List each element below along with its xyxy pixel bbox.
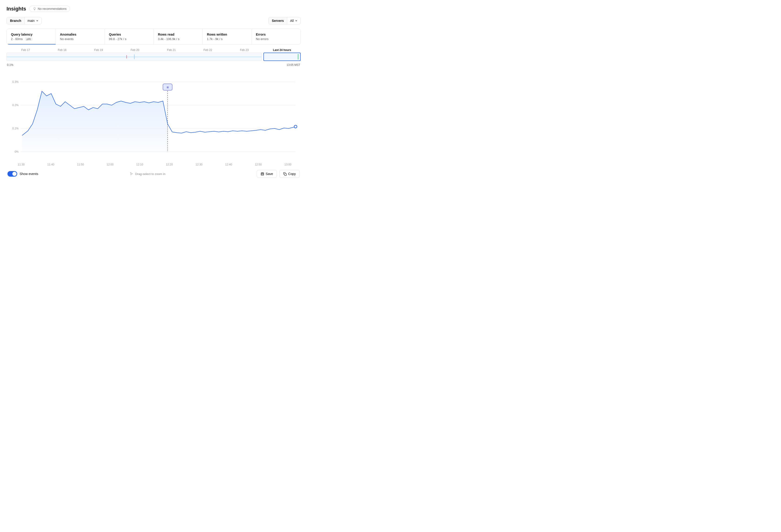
branch-dropdown[interactable]: main [25,17,41,24]
svg-text:⊠: ⊠ [167,86,169,89]
tab-rows-read[interactable]: Rows read 3.4k - 106.9k / s [154,29,203,44]
timeline-dates: Feb 17 Feb 18 Feb 19 Feb 20 Feb 21 Feb 2… [6,48,263,52]
show-events-control: Show events [7,171,38,177]
chart-wrapper[interactable]: 0.3% 0.2% 0.1% 0% [6,68,301,161]
svg-text:0.1%: 0.1% [12,127,19,130]
chevron-down-icon [295,19,298,22]
cursor-icon [130,172,133,176]
copy-button[interactable]: Copy [279,170,300,178]
svg-text:0.2%: 0.2% [12,104,19,107]
x-axis: 11:30 11:40 11:50 12:00 12:10 12:20 12:3… [6,161,301,166]
svg-rect-12 [261,172,264,175]
svg-text:0%: 0% [15,150,19,153]
tab-rows-written[interactable]: Rows written 1.7k - 9k / s [203,29,252,44]
tab-anomalies[interactable]: Anomalies No events [56,29,105,44]
svg-point-11 [294,125,297,128]
save-icon [261,172,264,176]
bottom-bar: Show events Drag-select to zoom in Save … [6,166,301,179]
last24-label: Last 24 hours [263,48,301,52]
toggle-knob [12,172,16,176]
tab-query-latency[interactable]: Query latency 2 - 60ms p95 [7,29,56,44]
servers-control: Servers All [268,17,301,25]
show-events-toggle[interactable] [7,171,17,177]
chevron-down-icon [36,19,39,22]
save-button[interactable]: Save [257,170,277,178]
chart-svg: 0.3% 0.2% 0.1% 0% [6,68,301,161]
svg-text:0.3%: 0.3% [12,80,19,84]
chart-area: 0.1% 13:05 MST 0.3% 0.2% 0.1% 0% [6,63,301,166]
copy-icon [283,172,287,176]
branch-control: Branch main [6,17,42,25]
drag-hint: Drag-select to zoom in [130,172,165,176]
branch-label: Branch [7,17,25,24]
no-recommendations-button[interactable]: No recommendations [29,6,70,12]
tab-queries[interactable]: Queries 99.8 - 27k / s [105,29,154,44]
timeline-peak-red [126,55,127,58]
timeline-zoom-window[interactable] [263,52,301,61]
timeline-zoom-line [298,54,298,59]
bottom-actions: Save Copy [257,170,300,178]
tab-errors[interactable]: Errors No errors [252,29,301,44]
svg-rect-13 [285,173,286,175]
timeline-peak-blue [134,54,134,59]
chart-timestamp: 13:05 MST [286,63,300,67]
lightbulb-icon [33,7,36,10]
servers-dropdown[interactable]: All [287,17,300,24]
timeline-bar[interactable] [6,52,261,61]
metrics-tabs: Query latency 2 - 60ms p95 Anomalies No … [6,29,301,45]
chart-y-label: 0.1% [7,63,13,67]
page-title: Insights [6,6,26,12]
show-events-label: Show events [19,172,38,176]
timeline-section: Feb 17 Feb 18 Feb 19 Feb 20 Feb 21 Feb 2… [6,48,301,61]
servers-label: Servers [269,17,287,24]
